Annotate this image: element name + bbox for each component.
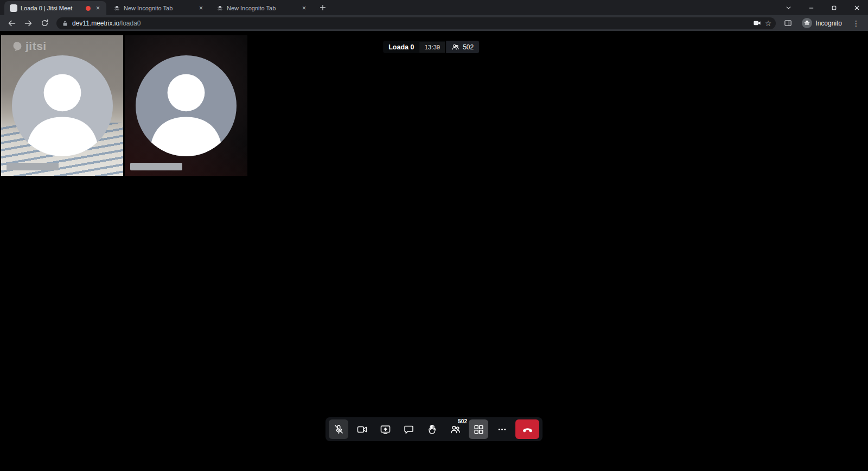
browser-window: Loada 0 | Jitsi Meet × New Incognito Tab… bbox=[0, 0, 868, 471]
browser-tab-incognito-2[interactable]: New Incognito Tab × bbox=[210, 1, 312, 15]
participant-tile[interactable] bbox=[125, 35, 247, 176]
participant-tile[interactable] bbox=[1, 35, 123, 176]
participant-name-label bbox=[7, 163, 59, 170]
reload-button[interactable] bbox=[38, 17, 51, 30]
browser-tab-jitsi[interactable]: Loada 0 | Jitsi Meet × bbox=[4, 1, 106, 15]
browser-navbar: dev11.meetrix.io/loada0 ☆ Incognito ⋮ bbox=[0, 15, 868, 31]
incognito-icon bbox=[802, 18, 812, 28]
tile-view-button[interactable] bbox=[469, 419, 488, 439]
screen-share-icon bbox=[380, 424, 391, 435]
tab-search-chevron-icon[interactable] bbox=[777, 0, 800, 15]
participant-avatar bbox=[136, 55, 237, 156]
incognito-favicon-icon bbox=[113, 4, 120, 12]
url-domain: dev11.meetrix.io bbox=[72, 20, 119, 27]
jitsi-logo-icon bbox=[12, 41, 23, 52]
meeting-subject-pill: Loada 0 13:39 bbox=[383, 41, 445, 53]
meeting-timer: 13:39 bbox=[419, 42, 445, 53]
window-minimize-button[interactable] bbox=[800, 0, 822, 15]
participant-count-pill[interactable]: 502 bbox=[446, 41, 479, 53]
tab-close-icon[interactable]: × bbox=[300, 4, 308, 12]
chat-button[interactable] bbox=[399, 419, 418, 439]
tab-title: New Incognito Tab bbox=[124, 5, 194, 11]
browser-tab-incognito-1[interactable]: New Incognito Tab × bbox=[107, 1, 209, 15]
raise-hand-button[interactable] bbox=[422, 419, 442, 439]
participants-icon bbox=[451, 43, 459, 51]
url-text: dev11.meetrix.io/loada0 bbox=[72, 20, 141, 27]
microphone-muted-button[interactable] bbox=[329, 419, 348, 439]
incognito-label: Incognito bbox=[815, 20, 842, 27]
person-silhouette-icon bbox=[12, 55, 113, 156]
tab-title: New Incognito Tab bbox=[227, 5, 297, 11]
camera-icon bbox=[356, 424, 368, 435]
tab-media-indicator-icon bbox=[86, 6, 91, 11]
chat-icon bbox=[403, 424, 414, 435]
tab-close-icon[interactable]: × bbox=[197, 4, 205, 12]
tab-title: Loada 0 | Jitsi Meet bbox=[21, 5, 82, 11]
tile-grid: Fellow Jitster Fellow Jitster Fellow Jit… bbox=[1, 35, 867, 461]
tab-strip: Loada 0 | Jitsi Meet × New Incognito Tab… bbox=[0, 0, 868, 15]
window-controls bbox=[777, 0, 868, 15]
person-silhouette-icon bbox=[136, 55, 237, 156]
raise-hand-icon bbox=[426, 424, 438, 435]
screen-share-button[interactable] bbox=[375, 419, 395, 439]
jitsi-watermark: jitsi bbox=[12, 40, 47, 53]
window-maximize-button[interactable] bbox=[822, 0, 845, 15]
participant-name-label bbox=[130, 163, 182, 170]
incognito-badge: Incognito bbox=[797, 17, 846, 29]
meeting-stage: Fellow Jitster Fellow Jitster Fellow Jit… bbox=[0, 31, 868, 471]
side-panel-icon[interactable] bbox=[781, 17, 794, 30]
url-path: /loada0 bbox=[119, 20, 141, 27]
participants-count-badge: 502 bbox=[458, 418, 467, 424]
back-button[interactable] bbox=[5, 17, 18, 30]
meeting-toolbar: 502 bbox=[326, 417, 542, 441]
participants-button[interactable]: 502 bbox=[445, 419, 465, 439]
jitsi-favicon-icon bbox=[10, 4, 17, 12]
camera-in-use-icon[interactable] bbox=[753, 19, 761, 27]
participant-avatar bbox=[12, 55, 113, 156]
browser-menu-button[interactable]: ⋮ bbox=[850, 17, 863, 30]
forward-button[interactable] bbox=[22, 17, 35, 30]
hangup-button[interactable] bbox=[515, 419, 539, 439]
participant-count: 502 bbox=[463, 43, 474, 51]
meeting-header: Loada 0 13:39 502 bbox=[383, 41, 479, 53]
incognito-favicon-icon bbox=[216, 4, 224, 12]
camera-button[interactable] bbox=[352, 419, 372, 439]
new-tab-button[interactable] bbox=[316, 1, 330, 15]
watermark-text: jitsi bbox=[25, 40, 47, 53]
lock-icon bbox=[62, 20, 68, 27]
tab-close-icon[interactable]: × bbox=[94, 4, 102, 12]
address-bar[interactable]: dev11.meetrix.io/loada0 ☆ bbox=[56, 17, 776, 29]
tile-view-icon bbox=[473, 424, 484, 435]
more-actions-button[interactable] bbox=[492, 419, 512, 439]
participants-icon bbox=[450, 424, 461, 435]
more-dots-icon bbox=[496, 424, 508, 435]
hangup-phone-icon bbox=[522, 424, 533, 435]
mic-slash-icon bbox=[333, 424, 344, 435]
window-close-button[interactable] bbox=[845, 0, 868, 15]
bookmark-star-icon[interactable]: ☆ bbox=[765, 20, 772, 27]
meeting-subject: Loada 0 bbox=[383, 41, 419, 53]
